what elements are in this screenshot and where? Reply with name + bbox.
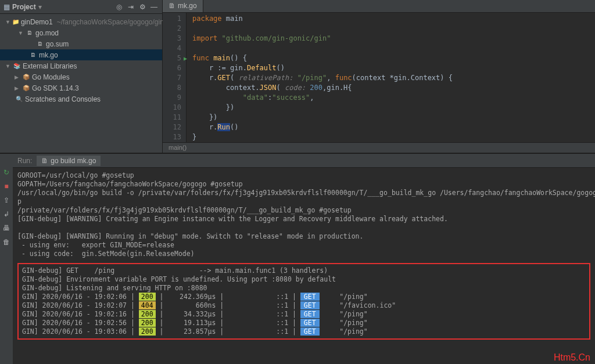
go-file-icon: 🗎 xyxy=(41,157,48,165)
run-config-tab[interactable]: 🗎 go build mk.go xyxy=(37,156,101,166)
attach-icon[interactable]: ⇪ xyxy=(2,196,11,205)
tab-label: mk.go xyxy=(178,2,197,10)
tree-item[interactable]: ▶📦Go Modules xyxy=(0,71,162,82)
run-header: Run: 🗎 go build mk.go xyxy=(13,154,595,168)
go-file-icon: 🗎 xyxy=(169,2,175,10)
tree-item[interactable]: ▶📦Go SDK 1.14.3 xyxy=(0,82,162,93)
folder-icon: ▦ xyxy=(3,3,10,11)
run-tab-label: go build mk.go xyxy=(51,157,96,165)
editor-tab-mkgo[interactable]: 🗎 mk.go xyxy=(163,0,203,12)
dropdown-icon[interactable]: ▾ xyxy=(38,3,42,11)
run-gutter-icon[interactable]: ▶ xyxy=(184,53,187,63)
watermark: Htm5.Cn xyxy=(554,353,590,362)
rerun-icon[interactable]: ↻ xyxy=(2,168,11,177)
tree-item[interactable]: 🔍Scratches and Consoles xyxy=(0,93,162,104)
run-tool-window: ↻ ■ ⇪ ↲ 🖶 🗑 Run: 🗎 go build mk.go GOROOT… xyxy=(0,153,595,364)
hide-icon[interactable]: — xyxy=(149,2,159,12)
project-sidebar: ▦ Project ▾ ◎ ⇥ ⚙ — ▼📁ginDemo1~/fangchao… xyxy=(0,0,163,153)
run-toolbar: ↻ ■ ⇪ ↲ 🖶 🗑 xyxy=(0,154,13,364)
collapse-icon[interactable]: ⇥ xyxy=(126,2,135,12)
highlighted-log-box: GIN-debug] GET /ping --> main.main.func1… xyxy=(17,263,590,340)
editor-tab-bar: 🗎 mk.go xyxy=(163,0,595,13)
gear-icon[interactable]: ⚙ xyxy=(138,2,147,12)
tree-item[interactable]: ▼📁ginDemo1~/fangchaoWorkSpace/gogogo/gin… xyxy=(0,16,162,27)
run-label: Run: xyxy=(17,157,32,165)
print-icon[interactable]: 🖶 xyxy=(2,224,11,233)
project-tree: ▼📁ginDemo1~/fangchaoWorkSpace/gogogo/gin… xyxy=(0,14,162,107)
stop-icon[interactable]: ■ xyxy=(2,182,11,191)
trash-icon[interactable]: 🗑 xyxy=(2,237,11,247)
sidebar-header: ▦ Project ▾ ◎ ⇥ ⚙ — xyxy=(0,0,162,14)
wrap-icon[interactable]: ↲ xyxy=(2,210,11,219)
sidebar-title: Project xyxy=(12,3,36,11)
line-gutter: ▶ 12345678910111213 xyxy=(163,13,186,142)
tree-item[interactable]: 🗎mk.go xyxy=(0,49,162,60)
tree-item[interactable]: ▼🗎go.mod xyxy=(0,27,162,38)
console-output[interactable]: GOROOT=/usr/local/go #gosetupGOPATH=/Use… xyxy=(13,168,595,364)
editor-body[interactable]: ▶ 12345678910111213 package main import … xyxy=(163,13,595,142)
target-icon[interactable]: ◎ xyxy=(114,2,124,12)
code-content[interactable]: package main import "github.com/gin-goni… xyxy=(186,13,595,142)
editor-area: 🗎 mk.go ▶ 12345678910111213 package main… xyxy=(163,0,595,153)
editor-breadcrumb[interactable]: main() xyxy=(163,142,595,153)
tree-item[interactable]: 🗎go.sum xyxy=(0,38,162,49)
tree-item[interactable]: ▼📚External Libraries xyxy=(0,60,162,71)
